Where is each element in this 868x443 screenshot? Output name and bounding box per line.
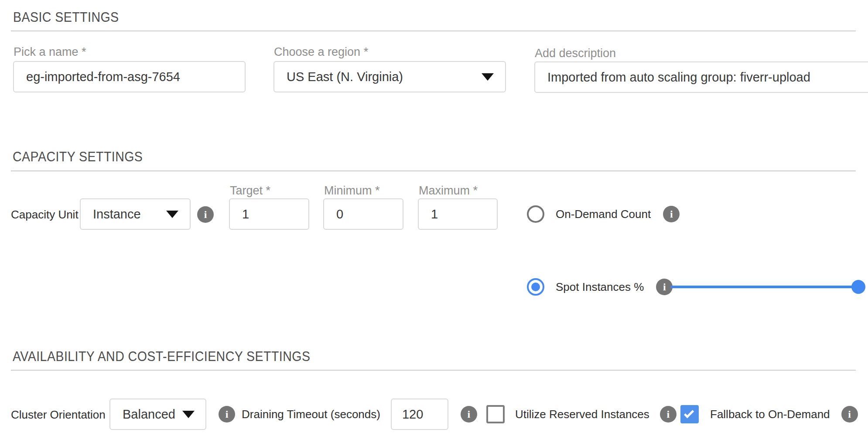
- utilize-reserved-instances-checkbox[interactable]: [486, 405, 505, 423]
- draining-timeout-group: Draining Timeout (seconds) i: [242, 399, 477, 430]
- caret-down-icon: [166, 211, 178, 218]
- basic-settings-title: BASIC SETTINGS: [13, 10, 119, 25]
- description-field-label: Add description: [535, 47, 616, 60]
- fallback-to-on-demand-group: Fallback to On-Demand i: [680, 399, 858, 430]
- fallback-to-on-demand-info-icon[interactable]: i: [841, 406, 858, 423]
- section-divider: [11, 170, 856, 171]
- draining-timeout-info-icon[interactable]: i: [461, 406, 477, 423]
- availability-settings-title: AVAILABILITY AND COST-EFFICIENCY SETTING…: [13, 349, 310, 365]
- fallback-to-on-demand-checkbox[interactable]: [680, 405, 699, 423]
- spot-percentage-slider-track[interactable]: [670, 286, 854, 288]
- on-demand-count-radio[interactable]: [527, 205, 544, 223]
- capacity-unit-label: Capacity Unit: [11, 208, 79, 222]
- cluster-orientation-select[interactable]: Balanced: [109, 399, 206, 430]
- section-divider: [11, 370, 856, 371]
- on-demand-count-label: On-Demand Count: [556, 208, 651, 221]
- caret-down-icon: [182, 411, 195, 418]
- region-select-value: US East (N. Virginia): [287, 70, 403, 84]
- cluster-orientation-select-value: Balanced: [123, 407, 175, 422]
- minimum-field-label: Minimum *: [324, 184, 380, 198]
- capacity-settings-title: CAPACITY SETTINGS: [13, 149, 143, 165]
- region-select[interactable]: US East (N. Virginia): [273, 61, 506, 92]
- name-input[interactable]: [13, 61, 246, 92]
- capacity-unit-info-icon[interactable]: i: [197, 206, 214, 223]
- utilize-reserved-instances-group: Utilize Reserved Instances i: [486, 399, 677, 430]
- utilize-reserved-instances-info-icon[interactable]: i: [660, 406, 677, 423]
- cluster-orientation-info-icon[interactable]: i: [219, 406, 235, 423]
- cluster-orientation-label: Cluster Orientation: [11, 408, 106, 422]
- minimum-input[interactable]: [323, 198, 403, 230]
- capacity-unit-select-value: Instance: [93, 207, 141, 222]
- description-input[interactable]: [534, 61, 868, 93]
- spot-instances-option: Spot Instances % i: [527, 271, 673, 303]
- on-demand-count-option: On-Demand Count i: [527, 198, 680, 230]
- spot-instances-label: Spot Instances %: [556, 280, 644, 294]
- caret-down-icon: [482, 73, 494, 81]
- utilize-reserved-instances-label: Utilize Reserved Instances: [515, 408, 649, 421]
- name-field-label: Pick a name *: [14, 45, 86, 59]
- on-demand-count-info-icon[interactable]: i: [663, 206, 680, 222]
- section-divider: [11, 31, 856, 31]
- maximum-field-label: Maximum *: [419, 184, 478, 198]
- draining-timeout-label: Draining Timeout (seconds): [242, 408, 380, 421]
- target-input[interactable]: [229, 198, 309, 230]
- target-field-label: Target *: [230, 184, 270, 198]
- maximum-input[interactable]: [418, 198, 498, 230]
- capacity-unit-select[interactable]: Instance: [80, 198, 191, 230]
- draining-timeout-input[interactable]: [391, 399, 448, 430]
- check-icon: [490, 408, 500, 418]
- fallback-to-on-demand-label: Fallback to On-Demand: [710, 408, 830, 421]
- spot-instances-radio[interactable]: [527, 278, 544, 296]
- info-glyph: i: [204, 209, 207, 221]
- region-field-label: Choose a region *: [274, 45, 368, 59]
- spot-percentage-slider-thumb[interactable]: [851, 280, 865, 294]
- check-icon: [684, 408, 694, 418]
